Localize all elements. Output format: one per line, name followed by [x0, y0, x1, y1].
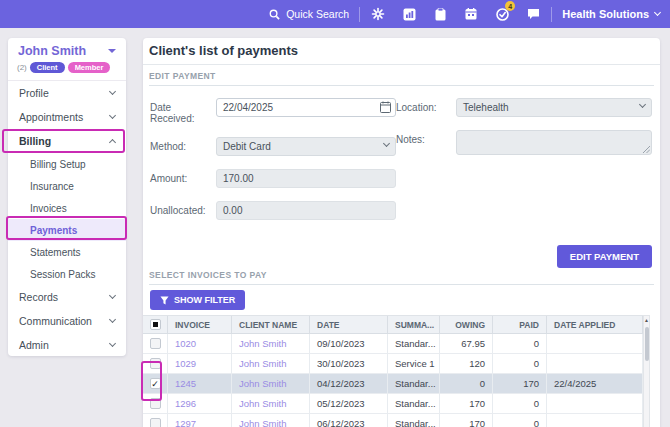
location-select[interactable]: Telehealth	[456, 98, 652, 117]
row-checkbox-cell	[143, 354, 168, 373]
select-invoices-section-label: SELECT INVOICES TO PAY	[149, 270, 654, 285]
invoice-link[interactable]: 1297	[175, 418, 196, 427]
quick-search-label: Quick Search	[286, 8, 349, 20]
amount-label: Amount:	[150, 169, 216, 184]
sidebar-item-admin[interactable]: Admin	[8, 333, 126, 357]
scrollbar-thumb[interactable]	[645, 327, 649, 361]
calendar-picker-icon[interactable]	[380, 101, 391, 113]
row-checkbox[interactable]	[150, 358, 161, 369]
summary-cell: Standar...	[388, 334, 440, 353]
quick-search[interactable]: Quick Search	[269, 8, 349, 20]
resize-grip-icon[interactable]	[643, 146, 650, 153]
invoice-link[interactable]: 1296	[175, 398, 196, 409]
sidebar-item-label: Admin	[19, 339, 49, 351]
client-cell: John Smith	[232, 334, 310, 353]
paid-cell: 0	[493, 394, 547, 413]
owing-cell: 67.95	[440, 334, 493, 353]
invoice-link[interactable]: 1029	[175, 358, 196, 369]
column-header-date[interactable]: DATE	[310, 316, 388, 333]
edit-payment-form: Date Received: 22/04/2025 Method:	[143, 86, 660, 233]
calendar-icon[interactable]	[463, 6, 479, 22]
date-applied-cell	[547, 334, 643, 353]
table-row-invoice-1029: 1029John Smith30/10/2023Service 11200	[143, 354, 643, 374]
sidebar-item-communication[interactable]: Communication	[8, 309, 126, 333]
location-value: Telehealth	[463, 102, 509, 113]
apps-icon[interactable]	[370, 6, 386, 22]
client-link[interactable]: John Smith	[239, 338, 287, 349]
tasks-clock-icon[interactable]: 4	[494, 6, 510, 22]
date-received-label: Date Received:	[150, 98, 216, 124]
client-link[interactable]: John Smith	[239, 378, 287, 389]
sidebar-item-insurance[interactable]: Insurance	[8, 175, 126, 197]
client-link[interactable]: John Smith	[239, 358, 287, 369]
notes-label: Notes:	[396, 130, 456, 145]
sidebar-item-profile[interactable]: Profile	[8, 81, 126, 105]
row-checkbox-cell	[143, 334, 168, 353]
sidebar-item-billing-setup[interactable]: Billing Setup	[8, 153, 126, 175]
messages-icon[interactable]	[525, 6, 541, 22]
date-cell: 09/10/2023	[310, 334, 388, 353]
select-all-checkbox-cell	[143, 316, 168, 333]
row-checkbox-cell: ✓	[143, 374, 168, 393]
sidebar-item-invoices[interactable]: Invoices	[8, 197, 126, 219]
invoices-table: INVOICECLIENT NAMEDATESUMMA...OWINGPAIDD…	[143, 315, 650, 427]
sidebar-item-label: Insurance	[30, 181, 74, 192]
notes-textarea[interactable]	[456, 130, 652, 155]
client-type-badge-member: Member	[68, 62, 111, 74]
chevron-down-icon	[109, 112, 116, 119]
column-header-invoice[interactable]: INVOICE	[168, 316, 232, 333]
unallocated-input: 0.00	[216, 201, 396, 220]
select-all-checkbox[interactable]	[150, 319, 161, 330]
sidebar-item-statements[interactable]: Statements	[8, 241, 126, 263]
account-menu[interactable]: Health Solutions	[562, 8, 660, 20]
sidebar-item-label: Statements	[30, 247, 81, 258]
column-header-owing[interactable]: OWING	[440, 316, 493, 333]
date-cell: 05/12/2023	[310, 394, 388, 413]
amount-input: 170.00	[216, 169, 396, 188]
owing-cell: 120	[440, 354, 493, 373]
client-link[interactable]: John Smith	[239, 418, 287, 427]
summary-cell: Standar...	[388, 414, 440, 427]
client-dropdown-caret-icon[interactable]	[108, 49, 116, 53]
row-checkbox[interactable]	[150, 418, 161, 427]
show-filter-button[interactable]: SHOW FILTER	[150, 290, 245, 310]
date-cell: 30/10/2023	[310, 354, 388, 373]
row-checkbox[interactable]: ✓	[150, 378, 161, 389]
edit-payment-button[interactable]: EDIT PAYMENT	[557, 245, 652, 268]
method-select[interactable]: Debit Card	[216, 137, 396, 156]
method-value: Debit Card	[223, 141, 271, 152]
sidebar-nav: ProfileAppointmentsBillingBilling SetupI…	[8, 81, 126, 357]
clipboard-icon[interactable]	[432, 6, 448, 22]
sidebar-item-appointments[interactable]: Appointments	[8, 105, 126, 129]
column-header-summa-[interactable]: SUMMA...	[388, 316, 440, 333]
date-cell: 04/12/2023	[310, 374, 388, 393]
summary-cell: Standar...	[388, 394, 440, 413]
client-cell: John Smith	[232, 354, 310, 373]
column-header-paid[interactable]: PAID	[493, 316, 547, 333]
unallocated-value: 0.00	[223, 205, 242, 216]
chevron-down-icon	[109, 340, 116, 347]
row-checkbox-cell	[143, 394, 168, 413]
column-header-client-name[interactable]: CLIENT NAME	[232, 316, 310, 333]
row-checkbox[interactable]	[150, 398, 161, 409]
column-header-date-applied[interactable]: DATE APPLIED	[547, 316, 643, 333]
filter-funnel-icon	[160, 296, 169, 305]
page-title: Client's list of payments	[149, 43, 654, 58]
show-filter-label: SHOW FILTER	[174, 295, 235, 305]
sidebar-item-records[interactable]: Records	[8, 285, 126, 309]
client-name[interactable]: John Smith	[18, 44, 86, 58]
invoice-link[interactable]: 1245	[175, 378, 196, 389]
sidebar-item-billing[interactable]: Billing	[8, 129, 126, 153]
table-row-invoice-1297: 1297John Smith06/12/2023Standar...1700	[143, 414, 643, 427]
date-received-input[interactable]: 22/04/2025	[216, 98, 396, 117]
sidebar-item-payments[interactable]: Payments	[8, 219, 126, 241]
reports-icon[interactable]	[401, 6, 417, 22]
scrollbar-up-arrow-icon[interactable]: ▲	[644, 316, 649, 325]
chevron-down-icon	[109, 88, 116, 95]
client-link[interactable]: John Smith	[239, 398, 287, 409]
sidebar-item-label: Payments	[30, 225, 77, 236]
row-checkbox[interactable]	[150, 338, 161, 349]
sidebar-item-session-packs[interactable]: Session Packs	[8, 263, 126, 285]
table-scrollbar[interactable]: ▲	[643, 315, 650, 427]
invoice-link[interactable]: 1020	[175, 338, 196, 349]
